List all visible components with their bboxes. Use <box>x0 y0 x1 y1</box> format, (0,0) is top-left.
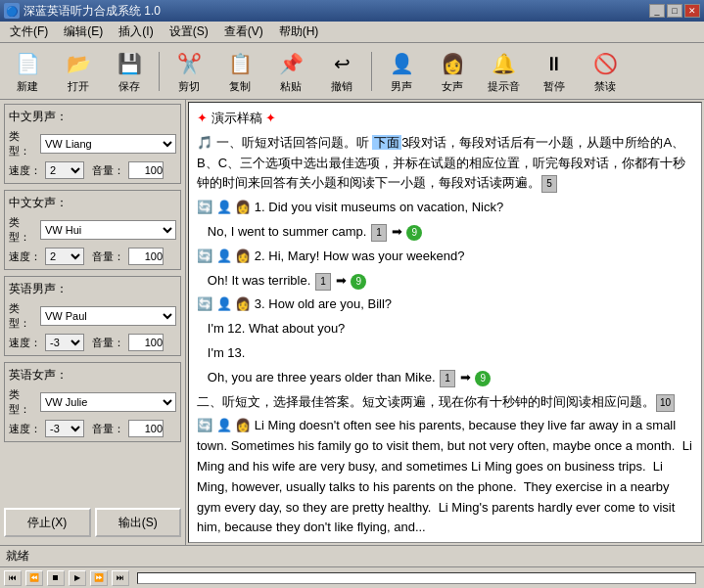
badge-1a: 1 <box>371 224 387 242</box>
menu-edit[interactable]: 编辑(E) <box>56 22 111 42</box>
en-male-type-select[interactable]: VW Paul <box>40 306 176 326</box>
left-panel: 中文男声： 类型： VW Liang 速度： 2 音量： 中文女声： 类型： <box>0 100 186 545</box>
arrow-icon-2: ➡ <box>336 273 347 288</box>
en-female-speed-row: 速度： -3 音量： <box>9 420 176 437</box>
refresh-icon-1: 🔄 <box>197 200 212 214</box>
dialog-1-q: 🔄 👤 👩 1. Did you visit museums on vacati… <box>197 198 693 218</box>
save-button[interactable]: 💾 保存 <box>106 46 153 96</box>
stop-button[interactable]: 停止(X) <box>4 508 91 537</box>
menu-settings[interactable]: 设置(S) <box>162 22 216 42</box>
person-icon-4: 👩 <box>235 249 251 263</box>
arrow-icon-1: ➡ <box>392 224 402 239</box>
what-text: What <box>249 321 278 336</box>
en-male-vol-label: 音量： <box>92 336 124 350</box>
paste-button[interactable]: 📌 粘贴 <box>267 46 314 96</box>
en-female-title: 英语女声： <box>9 367 176 384</box>
pause-button[interactable]: ⏸ 暂停 <box>531 46 578 96</box>
close-button[interactable]: ✕ <box>684 4 700 18</box>
en-female-type-label: 类型： <box>9 387 36 417</box>
cn-female-speed-label: 速度： <box>9 249 41 264</box>
toolbar-separator-2 <box>371 52 372 91</box>
export-button[interactable]: 输出(S) <box>95 508 182 537</box>
demo-star-left: ✦ <box>197 111 208 125</box>
cn-female-vol-input[interactable] <box>128 248 164 265</box>
minimize-button[interactable]: _ <box>649 4 665 18</box>
demo-header: ✦ 演示样稿 ✦ <box>197 109 693 129</box>
menu-bar: 文件(F) 编辑(E) 插入(I) 设置(S) 查看(V) 帮助(H) <box>0 22 704 43</box>
cn-female-type-row: 类型： VW Hui <box>9 215 176 245</box>
cn-female-vol-label: 音量： <box>92 249 124 264</box>
en-male-section: 英语男声： 类型： VW Paul 速度： -3 音量： <box>4 276 181 356</box>
refresh-icon-2: 🔄 <box>197 249 212 263</box>
cn-male-title: 中文男声： <box>9 109 176 125</box>
person-icon-8: 👩 <box>235 418 251 432</box>
rewind-button[interactable]: ⏪ <box>25 570 43 586</box>
menu-insert[interactable]: 插入(I) <box>111 22 161 42</box>
dialog-2-a: Oh! It was terrible. 1 ➡ 9 <box>197 271 693 292</box>
cn-male-section: 中文男声： 类型： VW Liang 速度： 2 音量： <box>4 104 181 184</box>
en-female-type-select[interactable]: VW Julie <box>40 392 176 412</box>
en-male-speed-select[interactable]: -3 <box>45 334 84 351</box>
demo-label: 演示样稿 <box>211 111 262 125</box>
badge-9c: 9 <box>475 371 491 386</box>
en-female-type-row: 类型： VW Julie <box>9 387 176 417</box>
person-icon-7: 👤 <box>216 418 232 432</box>
menu-help[interactable]: 帮助(H) <box>271 22 327 42</box>
cn-male-speed-select[interactable]: 2 <box>45 161 84 179</box>
en-female-vol-input[interactable] <box>128 420 164 437</box>
cn-male-vol-input[interactable] <box>128 161 164 179</box>
toolbar: 📄 新建 📂 打开 💾 保存 ✂️ 剪切 📋 复制 📌 粘贴 ↩ 撤销 👤 男声… <box>0 43 704 100</box>
badge-1b: 1 <box>315 273 331 291</box>
dialog-1-a: No, I went to summer camp. 1 ➡ 9 <box>197 222 693 243</box>
undo-icon: ↩ <box>326 48 357 79</box>
stop-playback-button[interactable]: ⏹ <box>47 570 65 586</box>
en-female-vol-label: 音量： <box>92 422 124 436</box>
cn-female-speed-select[interactable]: 2 <box>45 248 84 265</box>
en-male-vol-input[interactable] <box>128 334 164 351</box>
progress-bar[interactable] <box>137 572 696 584</box>
cn-male-type-label: 类型： <box>9 129 36 158</box>
fast-forward-button[interactable]: ⏩ <box>90 570 108 586</box>
en-female-section: 英语女声： 类型： VW Julie 速度： -3 音量： <box>4 362 181 442</box>
copy-button[interactable]: 📋 复制 <box>216 46 263 96</box>
menu-file[interactable]: 文件(F) <box>2 22 56 42</box>
stop-read-button[interactable]: 🚫 禁读 <box>582 46 629 96</box>
action-buttons: 停止(X) 输出(S) <box>4 504 181 541</box>
cn-male-vol-label: 音量： <box>92 163 124 178</box>
person-icon-2: 👩 <box>235 200 251 214</box>
menu-view[interactable]: 查看(V) <box>216 22 271 42</box>
male-voice-button[interactable]: 👤 男声 <box>378 46 425 96</box>
music-note-icon: 🎵 <box>197 135 212 150</box>
female-voice-button[interactable]: 👩 女声 <box>429 46 476 96</box>
status-text: 就绪 <box>6 548 29 565</box>
person-icon-3: 👤 <box>216 249 232 263</box>
en-female-speed-select[interactable]: -3 <box>45 420 84 437</box>
demo-star-right: ✦ <box>265 111 276 125</box>
stop-icon: 🚫 <box>589 48 621 79</box>
maximize-button[interactable]: □ <box>667 4 682 18</box>
person-icon-1: 👤 <box>216 200 232 214</box>
en-male-speed-row: 速度： -3 音量： <box>9 334 176 351</box>
new-icon: 📄 <box>12 48 43 79</box>
cn-male-speed-row: 速度： 2 音量： <box>9 161 176 179</box>
female-icon: 👩 <box>437 48 468 79</box>
undo-button[interactable]: ↩ 撤销 <box>318 46 365 96</box>
open-button[interactable]: 📂 打开 <box>55 46 102 96</box>
prev-track-button[interactable]: ⏮ <box>4 570 22 586</box>
next-track-button[interactable]: ⏭ <box>112 570 129 586</box>
badge-10: 10 <box>656 394 675 412</box>
tip-sound-button[interactable]: 🔔 提示音 <box>480 46 527 96</box>
cut-button[interactable]: ✂️ 剪切 <box>165 46 212 96</box>
cn-female-speed-row: 速度： 2 音量： <box>9 248 176 265</box>
content-area[interactable]: ✦ 演示样稿 ✦ 🎵 一、听短对话回答问题。听 下面3段对话，每段对话后有一小题… <box>188 102 702 543</box>
new-button[interactable]: 📄 新建 <box>4 46 51 96</box>
dialog-3-a3: Oh, you are three years older than Mike.… <box>197 368 693 388</box>
playback-bar: ⏮ ⏪ ⏹ ▶ ⏩ ⏭ <box>0 566 704 588</box>
en-male-type-row: 类型： VW Paul <box>9 301 176 331</box>
cn-female-type-select[interactable]: VW Hui <box>40 220 176 240</box>
dialog-3-a1: I'm 12. What about you? <box>197 319 693 339</box>
play-button[interactable]: ▶ <box>69 570 86 586</box>
arrow-icon-3: ➡ <box>460 370 471 384</box>
cn-male-type-select[interactable]: VW Liang <box>40 134 176 154</box>
content-body: ✦ 演示样稿 ✦ 🎵 一、听短对话回答问题。听 下面3段对话，每段对话后有一小题… <box>197 109 693 538</box>
